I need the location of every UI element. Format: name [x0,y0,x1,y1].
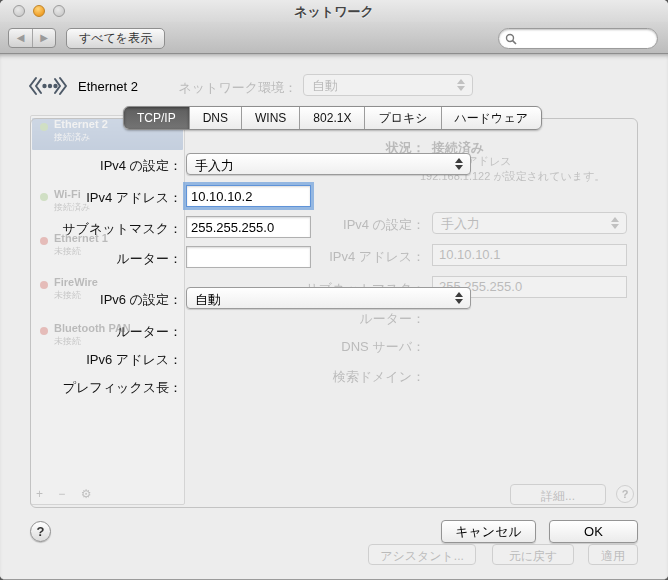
router-label: ルーター： [0,250,182,268]
search-input[interactable] [517,32,651,46]
prefix-length-label: プレフィックス長： [0,379,182,397]
ok-button[interactable]: OK [549,520,638,543]
tab-bar: TCP/IP DNS WINS 802.1X プロキシ ハードウェア [123,106,542,130]
popup-stepper-icon [455,292,464,304]
network-window: ネットワーク ◀ ▶ すべてを表示 ネットワーク環境： 自動 [0,0,668,580]
ipv6-method-label: IPv6 の設定： [0,291,182,309]
tab-8021x[interactable]: 802.1X [299,107,364,129]
show-all-button[interactable]: すべてを表示 [66,28,165,49]
ipv4-method-popup[interactable]: 手入力 [186,153,471,175]
window-title: ネットワーク [0,3,668,21]
advanced-sheet: Ethernet 2 TCP/IP DNS WINS 802.1X プロキシ ハ… [0,54,668,580]
titlebar[interactable]: ネットワーク [0,0,668,22]
search-icon [505,33,517,45]
cancel-button[interactable]: キャンセル [441,520,536,543]
back-button[interactable]: ◀ [9,29,32,47]
search-field[interactable] [498,28,658,49]
service-title: Ethernet 2 [78,79,138,94]
content-area: ネットワーク環境： 自動 Ethernet 2 接続済み Wi-Fi 接続済み [0,54,668,580]
ipv4-address-label: IPv4 アドレス： [0,189,182,207]
ipv6-router-label: ルーター： [0,323,182,341]
help-button[interactable]: ? [30,521,51,542]
ipv4-address-input[interactable] [186,185,311,207]
nav-history-control: ◀ ▶ [8,28,56,48]
popup-stepper-icon [455,158,464,170]
tab-dns[interactable]: DNS [189,107,241,129]
service-header: Ethernet 2 [28,74,138,98]
ipv6-address-label: IPv6 アドレス： [0,351,182,369]
ipv6-method-value: 自動 [195,292,221,307]
ipv4-method-label: IPv4 の設定： [0,157,182,175]
tab-wins[interactable]: WINS [241,107,299,129]
toolbar: ◀ ▶ すべてを表示 [0,22,668,54]
ethernet-icon [28,74,68,98]
ipv6-method-popup[interactable]: 自動 [186,287,471,309]
subnet-mask-input[interactable] [186,216,311,238]
tab-proxies[interactable]: プロキシ [364,107,440,129]
tab-content-frame [30,118,638,508]
tab-hardware[interactable]: ハードウェア [441,107,541,129]
forward-button[interactable]: ▶ [32,29,55,47]
router-input[interactable] [186,246,311,268]
tab-tcpip[interactable]: TCP/IP [124,107,189,129]
ipv4-method-value: 手入力 [195,158,234,173]
subnet-mask-label: サブネットマスク： [0,220,182,238]
